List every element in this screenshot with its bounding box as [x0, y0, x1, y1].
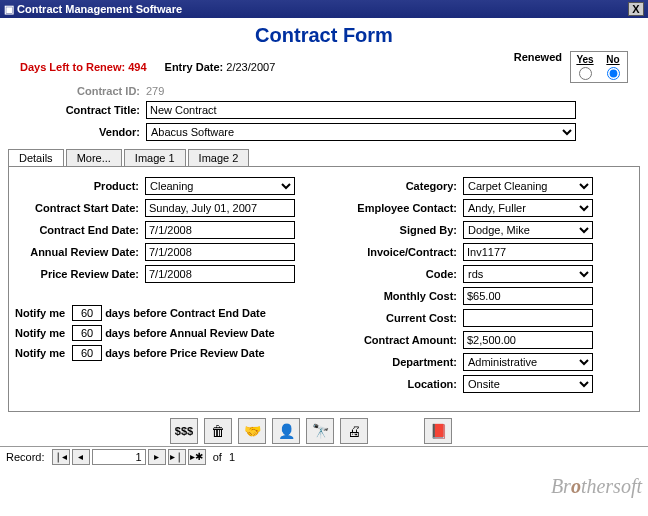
category-label: Category:	[333, 180, 457, 192]
invoice-input[interactable]	[463, 243, 593, 261]
invoice-label: Invoice/Contract:	[333, 246, 457, 258]
price-review-label: Price Review Date:	[15, 268, 139, 280]
days-left-label: Days Left to Renew: 494	[20, 61, 147, 73]
emp-contact-select[interactable]: Andy, Fuller	[463, 199, 593, 217]
person-icon: 👤	[278, 423, 295, 439]
monthly-cost-label: Monthly Cost:	[333, 290, 457, 302]
department-select[interactable]: Administrative	[463, 353, 593, 371]
trash-button[interactable]: 🗑	[204, 418, 232, 444]
end-date-label: Contract End Date:	[15, 224, 139, 236]
product-label: Product:	[15, 180, 139, 192]
contract-title-label: Contract Title:	[20, 104, 140, 116]
find-button[interactable]: 🔭	[306, 418, 334, 444]
renewed-yes-radio[interactable]	[579, 67, 592, 80]
tab-body-details: Product:Cleaning Contract Start Date: Co…	[8, 166, 640, 412]
record-prev-button[interactable]: ◂	[72, 449, 90, 465]
record-new-button[interactable]: ▸✱	[188, 449, 206, 465]
person-button[interactable]: 👤	[272, 418, 300, 444]
renewed-label: Renewed	[514, 51, 562, 63]
contract-id-label: Contract ID:	[20, 85, 140, 97]
handshake-icon: 🤝	[244, 423, 261, 439]
window-title: Contract Management Software	[17, 3, 182, 15]
window-titlebar: ▣ Contract Management Software X	[0, 0, 648, 18]
watermark: Brothersoft	[551, 475, 642, 498]
record-last-button[interactable]: ▸❘	[168, 449, 186, 465]
price-review-input[interactable]	[145, 265, 295, 283]
handshake-button[interactable]: 🤝	[238, 418, 266, 444]
record-number-input[interactable]	[92, 449, 146, 465]
tab-image2[interactable]: Image 2	[188, 149, 250, 166]
emp-contact-label: Employee Contact:	[333, 202, 457, 214]
exit-button[interactable]: 📕	[424, 418, 452, 444]
close-button[interactable]: X	[628, 2, 644, 16]
category-select[interactable]: Carpet Cleaning	[463, 177, 593, 195]
location-label: Location:	[333, 378, 457, 390]
start-date-input[interactable]	[145, 199, 295, 217]
annual-review-input[interactable]	[145, 243, 295, 261]
notify-price-input[interactable]	[72, 345, 102, 361]
record-next-button[interactable]: ▸	[148, 449, 166, 465]
start-date-label: Contract Start Date:	[15, 202, 139, 214]
department-label: Department:	[333, 356, 457, 368]
form-title: Contract Form	[0, 24, 648, 47]
trash-icon: 🗑	[211, 423, 225, 439]
product-select[interactable]: Cleaning	[145, 177, 295, 195]
tab-image1[interactable]: Image 1	[124, 149, 186, 166]
location-select[interactable]: Onsite	[463, 375, 593, 393]
code-label: Code:	[333, 268, 457, 280]
notify-annual-input[interactable]	[72, 325, 102, 341]
exit-icon: 📕	[430, 423, 447, 439]
print-button[interactable]: 🖨	[340, 418, 368, 444]
toolbar: $$$ 🗑 🤝 👤 🔭 🖨 📕	[0, 412, 648, 446]
annual-review-label: Annual Review Date:	[15, 246, 139, 258]
app-icon: ▣	[4, 3, 14, 16]
signed-by-select[interactable]: Dodge, Mike	[463, 221, 593, 239]
entry-date: Entry Date: 2/23/2007	[165, 61, 276, 73]
contract-id-value: 279	[146, 85, 164, 97]
tab-more[interactable]: More...	[66, 149, 122, 166]
code-select[interactable]: rds	[463, 265, 593, 283]
notify-end-input[interactable]	[72, 305, 102, 321]
record-first-button[interactable]: ❘◂	[52, 449, 70, 465]
monthly-cost-input[interactable]	[463, 287, 593, 305]
money-button[interactable]: $$$	[170, 418, 198, 444]
signed-by-label: Signed By:	[333, 224, 457, 236]
contract-amount-input[interactable]	[463, 331, 593, 349]
contract-amount-label: Contract Amount:	[333, 334, 457, 346]
contract-title-input[interactable]	[146, 101, 576, 119]
current-cost-input[interactable]	[463, 309, 593, 327]
binoculars-icon: 🔭	[312, 423, 329, 439]
end-date-input[interactable]	[145, 221, 295, 239]
record-navigator: Record: ❘◂ ◂ ▸ ▸❘ ▸✱ of 1	[0, 446, 648, 467]
renewed-options: Yes No	[570, 51, 628, 83]
tab-details[interactable]: Details	[8, 149, 64, 166]
current-cost-label: Current Cost:	[333, 312, 457, 324]
vendor-label: Vendor:	[20, 126, 140, 138]
printer-icon: 🖨	[347, 423, 361, 439]
vendor-select[interactable]: Abacus Software	[146, 123, 576, 141]
renewed-no-radio[interactable]	[607, 67, 620, 80]
